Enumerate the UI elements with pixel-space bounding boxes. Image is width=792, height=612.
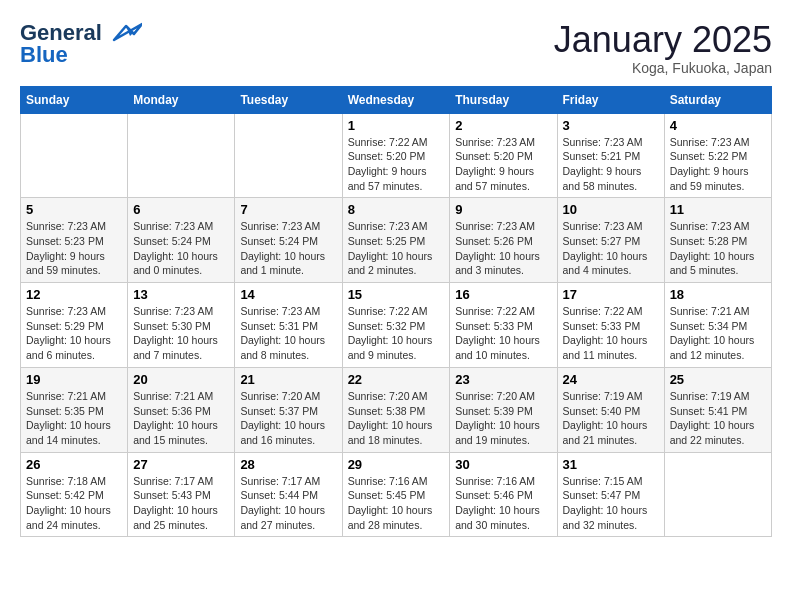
day-info: Sunrise: 7:23 AMSunset: 5:29 PMDaylight:… [26,304,122,363]
day-number: 13 [133,287,229,302]
day-number: 12 [26,287,122,302]
calendar-cell: 1Sunrise: 7:22 AMSunset: 5:20 PMDaylight… [342,113,450,198]
day-info: Sunrise: 7:17 AMSunset: 5:43 PMDaylight:… [133,474,229,533]
calendar-cell: 4Sunrise: 7:23 AMSunset: 5:22 PMDaylight… [664,113,771,198]
day-number: 14 [240,287,336,302]
calendar-cell [235,113,342,198]
day-info: Sunrise: 7:19 AMSunset: 5:41 PMDaylight:… [670,389,766,448]
day-info: Sunrise: 7:21 AMSunset: 5:36 PMDaylight:… [133,389,229,448]
day-info: Sunrise: 7:19 AMSunset: 5:40 PMDaylight:… [563,389,659,448]
calendar-cell: 5Sunrise: 7:23 AMSunset: 5:23 PMDaylight… [21,198,128,283]
calendar-table: SundayMondayTuesdayWednesdayThursdayFrid… [20,86,772,538]
day-info: Sunrise: 7:23 AMSunset: 5:30 PMDaylight:… [133,304,229,363]
day-number: 22 [348,372,445,387]
title-block: January 2025 Koga, Fukuoka, Japan [554,20,772,76]
day-number: 15 [348,287,445,302]
day-info: Sunrise: 7:20 AMSunset: 5:38 PMDaylight:… [348,389,445,448]
day-number: 23 [455,372,551,387]
day-info: Sunrise: 7:22 AMSunset: 5:33 PMDaylight:… [455,304,551,363]
calendar-cell: 12Sunrise: 7:23 AMSunset: 5:29 PMDayligh… [21,283,128,368]
logo: General Blue [20,20,142,68]
day-info: Sunrise: 7:23 AMSunset: 5:22 PMDaylight:… [670,135,766,194]
calendar-cell: 24Sunrise: 7:19 AMSunset: 5:40 PMDayligh… [557,367,664,452]
page-header: General Blue January 2025 Koga, Fukuoka,… [20,20,772,76]
day-number: 3 [563,118,659,133]
day-info: Sunrise: 7:23 AMSunset: 5:23 PMDaylight:… [26,219,122,278]
calendar-cell: 3Sunrise: 7:23 AMSunset: 5:21 PMDaylight… [557,113,664,198]
calendar-cell: 10Sunrise: 7:23 AMSunset: 5:27 PMDayligh… [557,198,664,283]
day-info: Sunrise: 7:23 AMSunset: 5:28 PMDaylight:… [670,219,766,278]
day-number: 8 [348,202,445,217]
day-info: Sunrise: 7:23 AMSunset: 5:24 PMDaylight:… [240,219,336,278]
calendar-cell: 28Sunrise: 7:17 AMSunset: 5:44 PMDayligh… [235,452,342,537]
weekday-header-sunday: Sunday [21,86,128,113]
calendar-cell [21,113,128,198]
day-number: 9 [455,202,551,217]
calendar-cell: 11Sunrise: 7:23 AMSunset: 5:28 PMDayligh… [664,198,771,283]
week-row-2: 5Sunrise: 7:23 AMSunset: 5:23 PMDaylight… [21,198,772,283]
calendar-cell: 31Sunrise: 7:15 AMSunset: 5:47 PMDayligh… [557,452,664,537]
calendar-cell: 27Sunrise: 7:17 AMSunset: 5:43 PMDayligh… [128,452,235,537]
day-number: 29 [348,457,445,472]
day-number: 25 [670,372,766,387]
day-number: 16 [455,287,551,302]
weekday-header-friday: Friday [557,86,664,113]
weekday-header-thursday: Thursday [450,86,557,113]
weekday-header-monday: Monday [128,86,235,113]
day-number: 11 [670,202,766,217]
week-row-3: 12Sunrise: 7:23 AMSunset: 5:29 PMDayligh… [21,283,772,368]
day-info: Sunrise: 7:18 AMSunset: 5:42 PMDaylight:… [26,474,122,533]
weekday-header-wednesday: Wednesday [342,86,450,113]
calendar-cell: 22Sunrise: 7:20 AMSunset: 5:38 PMDayligh… [342,367,450,452]
day-info: Sunrise: 7:16 AMSunset: 5:45 PMDaylight:… [348,474,445,533]
calendar-cell [664,452,771,537]
week-row-5: 26Sunrise: 7:18 AMSunset: 5:42 PMDayligh… [21,452,772,537]
calendar-cell: 8Sunrise: 7:23 AMSunset: 5:25 PMDaylight… [342,198,450,283]
day-info: Sunrise: 7:23 AMSunset: 5:21 PMDaylight:… [563,135,659,194]
day-number: 30 [455,457,551,472]
calendar-cell: 21Sunrise: 7:20 AMSunset: 5:37 PMDayligh… [235,367,342,452]
week-row-1: 1Sunrise: 7:22 AMSunset: 5:20 PMDaylight… [21,113,772,198]
day-number: 31 [563,457,659,472]
day-number: 1 [348,118,445,133]
day-number: 21 [240,372,336,387]
location: Koga, Fukuoka, Japan [554,60,772,76]
day-info: Sunrise: 7:23 AMSunset: 5:31 PMDaylight:… [240,304,336,363]
day-number: 24 [563,372,659,387]
weekday-header-row: SundayMondayTuesdayWednesdayThursdayFrid… [21,86,772,113]
day-number: 27 [133,457,229,472]
calendar-cell [128,113,235,198]
day-number: 4 [670,118,766,133]
day-number: 6 [133,202,229,217]
day-info: Sunrise: 7:22 AMSunset: 5:32 PMDaylight:… [348,304,445,363]
svg-marker-0 [114,24,142,40]
day-number: 7 [240,202,336,217]
calendar-cell: 18Sunrise: 7:21 AMSunset: 5:34 PMDayligh… [664,283,771,368]
day-info: Sunrise: 7:21 AMSunset: 5:35 PMDaylight:… [26,389,122,448]
calendar-cell: 25Sunrise: 7:19 AMSunset: 5:41 PMDayligh… [664,367,771,452]
day-info: Sunrise: 7:21 AMSunset: 5:34 PMDaylight:… [670,304,766,363]
day-info: Sunrise: 7:15 AMSunset: 5:47 PMDaylight:… [563,474,659,533]
weekday-header-tuesday: Tuesday [235,86,342,113]
day-info: Sunrise: 7:23 AMSunset: 5:26 PMDaylight:… [455,219,551,278]
calendar-cell: 9Sunrise: 7:23 AMSunset: 5:26 PMDaylight… [450,198,557,283]
calendar-cell: 15Sunrise: 7:22 AMSunset: 5:32 PMDayligh… [342,283,450,368]
day-number: 18 [670,287,766,302]
day-info: Sunrise: 7:23 AMSunset: 5:25 PMDaylight:… [348,219,445,278]
calendar-cell: 30Sunrise: 7:16 AMSunset: 5:46 PMDayligh… [450,452,557,537]
day-number: 19 [26,372,122,387]
day-info: Sunrise: 7:22 AMSunset: 5:20 PMDaylight:… [348,135,445,194]
day-number: 17 [563,287,659,302]
calendar-cell: 19Sunrise: 7:21 AMSunset: 5:35 PMDayligh… [21,367,128,452]
day-info: Sunrise: 7:20 AMSunset: 5:39 PMDaylight:… [455,389,551,448]
calendar-cell: 17Sunrise: 7:22 AMSunset: 5:33 PMDayligh… [557,283,664,368]
day-info: Sunrise: 7:20 AMSunset: 5:37 PMDaylight:… [240,389,336,448]
calendar-cell: 2Sunrise: 7:23 AMSunset: 5:20 PMDaylight… [450,113,557,198]
week-row-4: 19Sunrise: 7:21 AMSunset: 5:35 PMDayligh… [21,367,772,452]
day-number: 26 [26,457,122,472]
day-number: 20 [133,372,229,387]
calendar-cell: 7Sunrise: 7:23 AMSunset: 5:24 PMDaylight… [235,198,342,283]
weekday-header-saturday: Saturday [664,86,771,113]
day-info: Sunrise: 7:23 AMSunset: 5:20 PMDaylight:… [455,135,551,194]
calendar-cell: 26Sunrise: 7:18 AMSunset: 5:42 PMDayligh… [21,452,128,537]
